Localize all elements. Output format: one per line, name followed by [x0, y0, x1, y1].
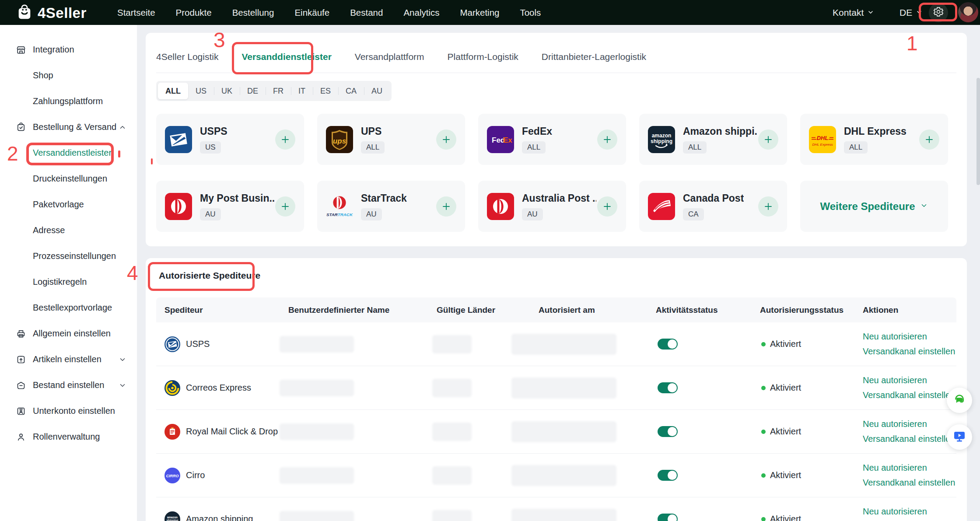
activity-status-cell — [656, 426, 760, 437]
support-chat-button[interactable] — [947, 388, 972, 413]
settings-button[interactable] — [929, 3, 948, 22]
sidebar-item-integration[interactable]: Integration — [0, 37, 137, 63]
add-carrier-button[interactable] — [597, 129, 617, 150]
sidebar-item-bestellung-versand[interactable]: Bestellung & Versand — [0, 114, 137, 140]
sidebar-item-zahlungsplattform[interactable]: Zahlungsplattform — [0, 88, 137, 114]
activity-toggle[interactable] — [658, 339, 678, 350]
sidebar-item-bestellexportvorlage[interactable]: Bestellexportvorlage — [0, 295, 137, 321]
carrier-card-my-post-busin[interactable]: My Post Busin...AU — [156, 181, 304, 232]
nav-item-produkte[interactable]: Produkte — [176, 7, 212, 18]
brand-logo[interactable]: 4Seller — [16, 4, 87, 22]
nav-item-analytics[interactable]: Analytics — [403, 7, 439, 18]
country-filter-it[interactable]: IT — [291, 83, 313, 99]
activity-toggle[interactable] — [658, 514, 678, 521]
add-carrier-button[interactable] — [275, 196, 295, 217]
tab-drittanbieter-lagerlogistik[interactable]: Drittanbieter-Lagerlogistik — [542, 48, 646, 73]
vertical-scrollbar[interactable] — [976, 78, 980, 185]
status-dot-icon — [761, 430, 766, 434]
video-tutorial-button[interactable] — [947, 424, 972, 450]
action-link-versandkanal-einstellen[interactable]: Versandkanal einstellen — [863, 390, 956, 400]
activity-toggle[interactable] — [658, 426, 678, 437]
add-carrier-button[interactable] — [758, 129, 778, 150]
storefront-icon — [16, 45, 26, 55]
sidebar-item-rollenverwaltung[interactable]: Rollenverwaltung — [0, 424, 137, 450]
country-filter-ca[interactable]: CA — [338, 83, 364, 99]
action-link-neu-autorisieren[interactable]: Neu autorisieren — [863, 375, 956, 385]
sidebar-item-prozesseinstellungen[interactable]: Prozesseinstellungen — [0, 243, 137, 269]
carrier-card-ups[interactable]: upsUPSALL — [317, 114, 465, 165]
add-carrier-button[interactable] — [436, 196, 456, 217]
nav-item-tools[interactable]: Tools — [520, 7, 541, 18]
nav-item-bestand[interactable]: Bestand — [350, 7, 383, 18]
activity-toggle[interactable] — [658, 470, 678, 481]
activity-toggle[interactable] — [658, 382, 678, 393]
carrier-card-dhl-express[interactable]: DHLDHL ExpressDHL ExpressALL — [800, 114, 948, 165]
canadapost-logo-icon — [648, 193, 675, 220]
sidebar-item-adresse[interactable]: Adresse — [0, 217, 137, 243]
carrier-card-amazon-shippi[interactable]: amazonshippingAmazon shippi...ALL — [639, 114, 787, 165]
sidebar-item-artikeln-einstellen[interactable]: Artikeln einstellen — [0, 346, 137, 372]
country-filter-all[interactable]: ALL — [158, 83, 188, 99]
column-header-g-ltige-l-nder: Gültige Länder — [437, 305, 539, 315]
country-filter-us[interactable]: US — [188, 83, 214, 99]
actions-cell: Neu autorisierenVersandkanal einstellen — [863, 332, 956, 357]
inventory-icon — [16, 380, 26, 391]
sidebar-item-unterkonto-einstellen[interactable]: Unterkonto einstellen — [0, 398, 137, 424]
carrier-name: Amazon shipping — [186, 514, 253, 521]
nav-item-marketing[interactable]: Marketing — [460, 7, 499, 18]
action-link-neu-autorisieren[interactable]: Neu autorisieren — [863, 463, 956, 473]
add-carrier-button[interactable] — [275, 129, 295, 150]
sidebar-item-paketvorlage[interactable]: Paketvorlage — [0, 192, 137, 217]
carrier-region-badge: AU — [361, 208, 382, 220]
add-carrier-button[interactable] — [597, 196, 617, 217]
country-filter-au[interactable]: AU — [364, 83, 390, 99]
sidebar-item-druckeinstellungen[interactable]: Druckeinstellungen — [0, 166, 137, 192]
carrier-card-grid: USPSUSupsUPSALLFedExFedExALLamazonshippi… — [156, 114, 956, 232]
sidebar-item-versanddienstleister[interactable]: Versanddienstleister — [0, 140, 137, 166]
carrier-card-startrack[interactable]: STARTRACKStarTrackAU — [317, 181, 465, 232]
redacted-value — [280, 423, 354, 440]
tab-4seller-logistik[interactable]: 4Seller Logistik — [156, 48, 218, 73]
add-carrier-button[interactable] — [758, 196, 778, 217]
action-link-neu-autorisieren[interactable]: Neu autorisieren — [863, 419, 956, 429]
sidebar-item-allgemein-einstellen[interactable]: Allgemein einstellen — [0, 321, 137, 346]
contact-label: Kontakt — [833, 7, 864, 18]
tab-plattform-logistik[interactable]: Plattform-Logistik — [448, 48, 518, 73]
authorization-status-cell: Aktiviert — [760, 339, 863, 349]
tab-versandplattform[interactable]: Versandplattform — [355, 48, 424, 73]
usps-round-logo-icon — [164, 336, 180, 352]
country-filter-de[interactable]: DE — [240, 83, 266, 99]
nav-item-startseite[interactable]: Startseite — [117, 7, 155, 18]
sidebar-item-shop[interactable]: Shop — [0, 63, 137, 88]
sidebar-item-logistikregeln[interactable]: Logistikregeln — [0, 269, 137, 295]
user-avatar[interactable] — [958, 2, 978, 22]
topbar: 4Seller StartseiteProdukteBestellungEink… — [0, 0, 980, 25]
tab-versanddienstleister[interactable]: Versanddienstleister — [242, 48, 331, 73]
language-selector[interactable]: DE — [900, 0, 923, 25]
add-carrier-button[interactable] — [436, 129, 456, 150]
carrier-name: DHL Express — [844, 126, 906, 137]
action-link-versandkanal-einstellen[interactable]: Versandkanal einstellen — [863, 346, 956, 357]
carrier-card-fedex[interactable]: FedExFedExALL — [478, 114, 626, 165]
carrier-name: My Post Busin... — [200, 192, 274, 204]
contact-menu[interactable]: Kontakt — [833, 0, 874, 25]
carrier-card-usps[interactable]: USPSUS — [156, 114, 304, 165]
carrier-card-canada-post[interactable]: Canada PostCA — [639, 181, 787, 232]
country-filter-fr[interactable]: FR — [266, 83, 291, 99]
shopping-bag-logo-icon — [16, 4, 33, 22]
action-link-neu-autorisieren[interactable]: Neu autorisieren — [863, 507, 956, 517]
sidebar-item-bestand-einstellen[interactable]: Bestand einstellen — [0, 372, 137, 398]
add-carrier-button[interactable] — [919, 129, 939, 150]
action-link-versandkanal-einstellen[interactable]: Versandkanal einstellen — [863, 434, 956, 444]
carrier-card-australia-post[interactable]: Australia Post ...AU — [478, 181, 626, 232]
country-filter-uk[interactable]: UK — [214, 83, 240, 99]
monitor-play-icon — [952, 429, 966, 445]
action-link-versandkanal-einstellen[interactable]: Versandkanal einstellen — [863, 478, 956, 488]
nav-item-bestellung[interactable]: Bestellung — [232, 7, 274, 18]
action-link-neu-autorisieren[interactable]: Neu autorisieren — [863, 332, 956, 342]
more-carriers-button[interactable]: Weitere Spediteure — [800, 181, 948, 232]
custom-name-cell — [288, 511, 437, 521]
country-filter-es[interactable]: ES — [313, 83, 338, 99]
nav-item-eink-ufe[interactable]: Einkäufe — [294, 7, 329, 18]
carrier-card-meta: Australia Post ...AU — [522, 192, 596, 220]
